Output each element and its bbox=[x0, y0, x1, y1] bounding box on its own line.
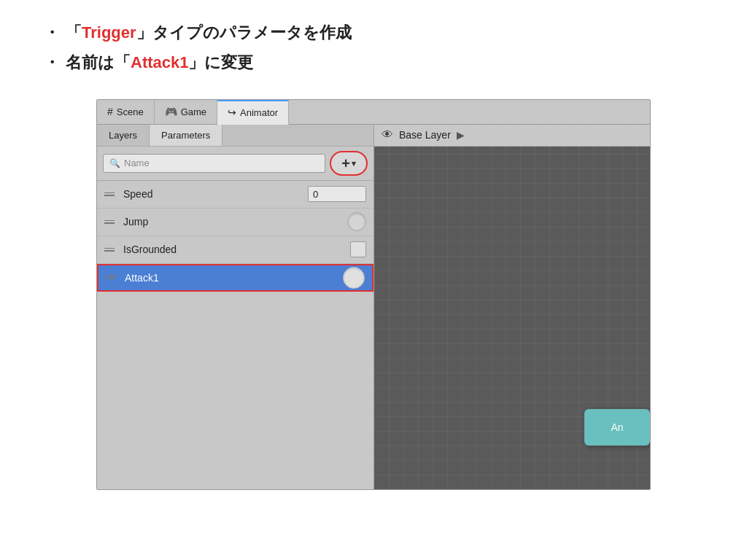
param-row-isgrounded[interactable]: IsGrounded bbox=[97, 236, 374, 264]
anim-node-label: An bbox=[611, 421, 623, 433]
drag-handle-attack1 bbox=[106, 276, 116, 279]
param-name-isgrounded: IsGrounded bbox=[123, 244, 344, 255]
editor-body: Layers Parameters 🔍 Name + ▾ bbox=[97, 125, 650, 489]
tab-scene-label: Scene bbox=[117, 106, 144, 117]
tab-layers-label: Layers bbox=[109, 130, 137, 141]
parameters-list: Speed 0 Jump bbox=[97, 181, 374, 489]
instruction-text: ・ 「Trigger」タイプのパラメータを作成 ・ 名前は「Attack1」に変… bbox=[44, 22, 703, 82]
bullet-1: ・ 「Trigger」タイプのパラメータを作成 bbox=[44, 22, 703, 44]
param-row-jump[interactable]: Jump bbox=[97, 209, 374, 236]
tab-animator[interactable]: ↪ Animator bbox=[217, 100, 289, 125]
param-name-attack1: Attack1 bbox=[125, 272, 337, 284]
left-panel: Layers Parameters 🔍 Name + ▾ bbox=[97, 125, 374, 489]
search-icon: 🔍 bbox=[109, 158, 120, 168]
search-input[interactable]: 🔍 Name bbox=[103, 154, 325, 173]
param-name-speed: Speed bbox=[123, 188, 302, 200]
tab-scene[interactable]: # Scene bbox=[97, 100, 155, 124]
trigger-highlight: Trigger bbox=[82, 23, 136, 42]
param-value-isgrounded[interactable] bbox=[350, 241, 366, 257]
tab-bar: # Scene 🎮 Game ↪ Animator bbox=[97, 100, 650, 125]
drag-handle-jump bbox=[104, 220, 115, 224]
plus-icon: + bbox=[341, 156, 350, 171]
add-parameter-button[interactable]: + ▾ bbox=[330, 151, 368, 176]
tab-parameters[interactable]: Parameters bbox=[150, 125, 222, 146]
param-name-jump: Jump bbox=[123, 216, 341, 228]
tab-layers[interactable]: Layers bbox=[97, 125, 150, 146]
dropdown-arrow-icon: ▾ bbox=[352, 159, 356, 168]
animation-node[interactable]: An bbox=[584, 409, 650, 446]
bullet-2: ・ 名前は「Attack1」に変更 bbox=[44, 52, 703, 74]
param-value-attack1[interactable] bbox=[343, 267, 365, 289]
unity-editor-window: # Scene 🎮 Game ↪ Animator Layers Paramet… bbox=[96, 99, 651, 490]
attack1-highlight: Attack1 bbox=[131, 53, 188, 71]
param-value-jump[interactable] bbox=[347, 212, 366, 231]
game-icon: 🎮 bbox=[165, 106, 177, 117]
tab-parameters-label: Parameters bbox=[161, 130, 210, 141]
search-placeholder-text: Name bbox=[124, 158, 150, 168]
param-value-speed[interactable]: 0 bbox=[308, 186, 366, 202]
drag-handle-speed bbox=[104, 192, 115, 196]
tab-game-label: Game bbox=[181, 106, 206, 117]
drag-handle-isgrounded bbox=[104, 248, 115, 252]
param-row-speed[interactable]: Speed 0 bbox=[97, 181, 374, 209]
panel-tabs: Layers Parameters bbox=[97, 125, 374, 147]
scene-icon: # bbox=[107, 106, 113, 117]
animator-icon: ↪ bbox=[228, 106, 236, 118]
tab-animator-label: Animator bbox=[240, 107, 278, 118]
param-row-attack1[interactable]: Attack1 bbox=[97, 264, 374, 292]
tab-game[interactable]: 🎮 Game bbox=[155, 100, 217, 124]
right-panel: 👁 Base Layer ▶ An bbox=[374, 125, 650, 489]
search-row: 🔍 Name + ▾ bbox=[97, 147, 374, 181]
